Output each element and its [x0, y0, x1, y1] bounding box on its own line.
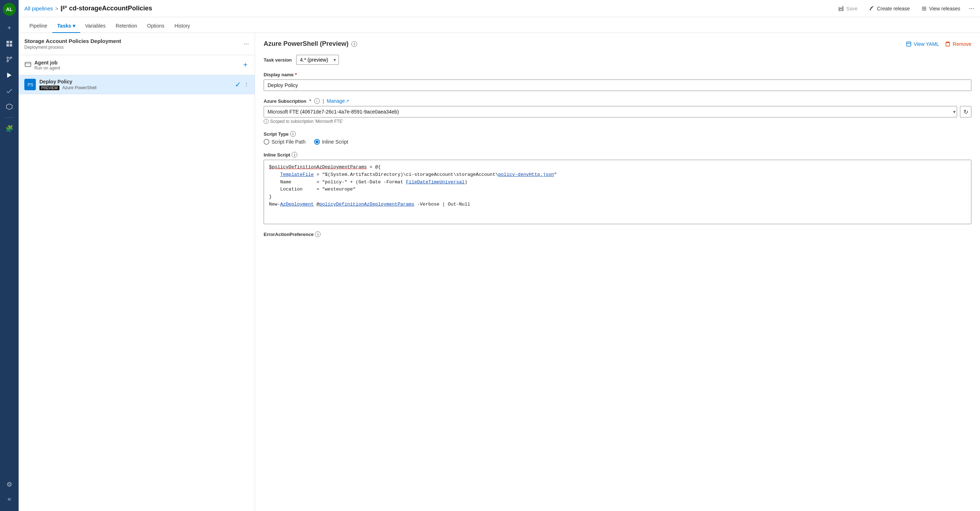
- manage-link[interactable]: Manage ↗: [327, 98, 349, 104]
- powershell-icon: PS: [27, 81, 34, 88]
- add-task-button[interactable]: +: [242, 59, 249, 71]
- script-type-info-icon[interactable]: i: [290, 131, 296, 137]
- pipe-separator: |: [323, 98, 324, 104]
- view-yaml-button[interactable]: View YAML: [906, 41, 939, 47]
- inline-script-editor[interactable]: $policyDefinitionAzDeploymentParams = @{…: [264, 160, 971, 224]
- main-content: All pipelines > cd-storageAccountPolicie…: [19, 0, 980, 511]
- tab-retention[interactable]: Retention: [111, 19, 142, 33]
- task-version-row: Task version 4.* (preview) ▾: [264, 55, 971, 65]
- add-icon[interactable]: +: [3, 22, 16, 34]
- display-name-input[interactable]: [264, 79, 971, 91]
- task-check-icon: ✓: [235, 80, 241, 89]
- more-options-button[interactable]: ···: [969, 5, 974, 12]
- script-file-path-radio[interactable]: [264, 139, 269, 145]
- subscription-select[interactable]: Microsoft FTE (40671de7-26c1-4a7e-8591-9…: [264, 106, 957, 117]
- nav-tabs: Pipeline Tasks ▾ Variables Retention Opt…: [19, 17, 980, 33]
- artifacts-icon[interactable]: [3, 100, 16, 113]
- tab-options[interactable]: Options: [142, 19, 169, 33]
- content-area: Storage Account Policies Deployment Depl…: [19, 33, 980, 511]
- all-pipelines-link[interactable]: All pipelines: [24, 5, 53, 11]
- svg-point-5: [10, 57, 12, 59]
- repos-icon[interactable]: [3, 53, 16, 66]
- subscription-label: Azure Subscription: [264, 98, 306, 104]
- scope-info-icon: i: [264, 119, 269, 124]
- inline-script-option[interactable]: Inline Script: [314, 139, 348, 145]
- inline-script-radio[interactable]: [314, 139, 320, 145]
- view-releases-button[interactable]: View releases: [918, 4, 963, 13]
- inline-script-info-icon[interactable]: i: [291, 152, 297, 157]
- section-subtitle: Deployment process: [24, 45, 121, 50]
- svg-rect-14: [65, 6, 67, 8]
- save-button[interactable]: Save: [835, 4, 861, 13]
- overview-icon[interactable]: [3, 37, 16, 50]
- remove-button[interactable]: Remove: [945, 41, 971, 47]
- collapse-icon[interactable]: «: [3, 492, 16, 505]
- svg-rect-1: [10, 41, 12, 43]
- svg-rect-18: [25, 62, 31, 67]
- task-actions: ✓ ⋮: [235, 80, 249, 89]
- extensions-icon[interactable]: 🧩: [3, 122, 16, 135]
- svg-rect-13: [63, 6, 64, 9]
- script-file-path-option[interactable]: Script File Path: [264, 139, 305, 145]
- version-select-wrapper: 4.* (preview) ▾: [296, 55, 339, 65]
- script-type-group: Script Type i Script File Path Inline Sc…: [264, 131, 971, 145]
- pipelines-icon[interactable]: [3, 69, 16, 82]
- yaml-icon: [906, 41, 912, 47]
- task-meta: PREVIEW Azure PowerShell: [40, 84, 231, 90]
- list-icon: [921, 6, 927, 11]
- display-name-label: Display name *: [264, 72, 971, 77]
- rocket-icon: [869, 6, 875, 11]
- version-select[interactable]: 4.* (preview): [296, 55, 339, 65]
- task-icon: PS: [24, 79, 36, 90]
- title-info-icon[interactable]: i: [352, 41, 357, 47]
- task-type: Azure PowerShell: [62, 85, 96, 90]
- pipeline-name: cd-storageAccountPolicies: [69, 5, 152, 12]
- avatar: AL: [3, 3, 16, 16]
- svg-rect-2: [6, 44, 9, 46]
- task-preview-badge: PREVIEW: [40, 86, 59, 90]
- tab-pipeline[interactable]: Pipeline: [24, 19, 52, 33]
- sidebar: AL + 🧩 ⚙ «: [0, 0, 19, 511]
- save-icon: [838, 6, 844, 11]
- agent-job-icon: [24, 61, 32, 69]
- panel-title: Azure PowerShell (Preview) i: [264, 40, 357, 48]
- svg-rect-21: [907, 42, 911, 46]
- svg-rect-3: [10, 44, 12, 46]
- trash-icon: [945, 41, 951, 47]
- section-title: Storage Account Policies Deployment: [24, 38, 121, 44]
- error-action-info-icon[interactable]: i: [315, 231, 321, 237]
- svg-line-9: [8, 59, 10, 61]
- testplans-icon[interactable]: [3, 84, 16, 97]
- task-version-label: Task version: [264, 57, 292, 63]
- subscription-info-icon[interactable]: i: [314, 98, 320, 104]
- inline-script-label: Inline Script i: [264, 152, 971, 157]
- tab-variables[interactable]: Variables: [80, 19, 111, 33]
- agent-job-left: Agent job Run on agent: [24, 60, 60, 71]
- panel-title-actions: View YAML Remove: [906, 41, 971, 47]
- topbar-actions: Save Create release View releases ···: [835, 4, 974, 13]
- svg-point-4: [7, 57, 8, 59]
- topbar: All pipelines > cd-storageAccountPolicie…: [19, 0, 980, 17]
- scope-note: i Scoped to subscription 'Microsoft FTE': [264, 119, 971, 124]
- task-dots-button[interactable]: ⋮: [244, 82, 249, 87]
- tab-history[interactable]: History: [169, 19, 195, 33]
- refresh-button[interactable]: ↻: [960, 106, 971, 117]
- agent-icon: [24, 61, 32, 68]
- tasks-dropdown-icon: ▾: [73, 23, 75, 29]
- required-indicator: *: [295, 72, 297, 77]
- section-more-button[interactable]: ···: [243, 40, 249, 48]
- left-panel: Storage Account Policies Deployment Depl…: [19, 33, 255, 511]
- agent-job-subtitle: Run on agent: [34, 65, 60, 71]
- create-release-button[interactable]: Create release: [866, 4, 913, 13]
- svg-rect-0: [6, 41, 9, 43]
- external-link-icon: ↗: [346, 98, 349, 103]
- svg-marker-10: [7, 73, 11, 78]
- subscription-select-wrapper: Microsoft FTE (40671de7-26c1-4a7e-8591-9…: [264, 106, 971, 117]
- tab-tasks[interactable]: Tasks ▾: [52, 19, 80, 33]
- task-name: Deploy Policy: [40, 79, 231, 84]
- svg-rect-12: [61, 6, 62, 11]
- error-action-preference-group: ErrorActionPreference i: [264, 231, 971, 237]
- settings-icon[interactable]: ⚙: [3, 478, 16, 491]
- task-info: Deploy Policy PREVIEW Azure PowerShell: [40, 79, 231, 90]
- task-item[interactable]: PS Deploy Policy PREVIEW Azure PowerShel…: [19, 75, 255, 94]
